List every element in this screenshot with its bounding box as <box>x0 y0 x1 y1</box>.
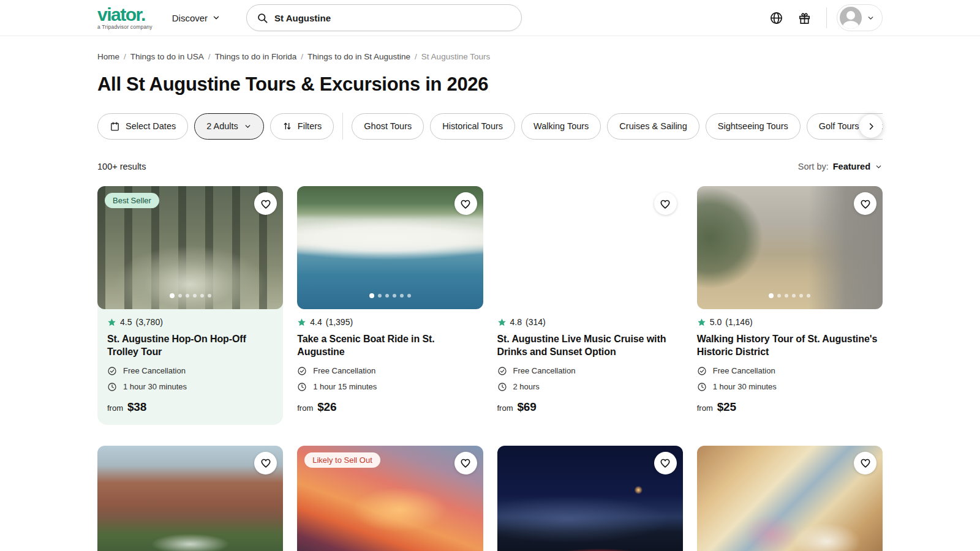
tour-title[interactable]: Take a Scenic Boat Ride in St. Augustine <box>297 332 483 359</box>
tour-rating: 4.5 (3,780) <box>107 317 273 327</box>
breadcrumb-current: St Augustine Tours <box>421 52 490 61</box>
sort-dropdown[interactable]: Sort by: Featured <box>798 162 883 171</box>
account-menu-button[interactable] <box>837 4 883 31</box>
price-value: $25 <box>717 400 736 414</box>
categories-next-button[interactable] <box>859 114 883 138</box>
heart-icon <box>859 198 872 210</box>
category-pill-walking-tours[interactable]: Walking Tours <box>521 113 601 140</box>
viator-logo[interactable]: viator. a Tripadvisor company <box>97 6 153 30</box>
from-label: from <box>497 403 513 413</box>
chevron-right-icon <box>867 122 876 131</box>
wishlist-button[interactable] <box>654 452 677 474</box>
tour-image[interactable] <box>297 186 483 309</box>
tour-image[interactable] <box>497 446 683 551</box>
tour-card[interactable]: 4.8 (314) St. Augustine Live Music Cruis… <box>497 186 683 425</box>
carousel-dots[interactable] <box>769 293 810 298</box>
tour-duration: 1 hour 30 minutes <box>107 382 273 392</box>
select-dates-label: Select Dates <box>126 121 176 131</box>
rating-value: 4.8 <box>510 317 522 327</box>
carousel-dots[interactable] <box>369 293 411 298</box>
wishlist-button[interactable] <box>454 452 477 474</box>
tour-image[interactable] <box>697 186 883 309</box>
search-icon <box>257 12 268 24</box>
chevron-down-icon <box>244 122 252 130</box>
clock-icon <box>107 382 117 392</box>
discover-menu-button[interactable]: Discover <box>172 13 221 23</box>
tour-card[interactable]: 4.4 (1,395) Take a Scenic Boat Ride in S… <box>297 186 483 425</box>
tour-title[interactable]: St. Augustine Live Music Cruise with Dri… <box>497 332 683 359</box>
free-cancellation: Free Cancellation <box>107 366 273 376</box>
language-globe-button[interactable] <box>764 6 788 30</box>
tour-card[interactable]: Likely to Sell Out <box>297 446 483 551</box>
wishlist-button[interactable] <box>454 192 477 215</box>
star-icon <box>697 318 706 327</box>
category-pill-historical-tours[interactable]: Historical Tours <box>430 113 515 140</box>
chevron-down-icon <box>867 14 875 22</box>
category-pill-ghost-tours[interactable]: Ghost Tours <box>352 113 424 140</box>
duration-label: 1 hour 30 minutes <box>123 382 187 391</box>
tour-rating: 5.0 (1,146) <box>697 317 883 327</box>
tripadvisor-tagline: a Tripadvisor company <box>97 24 153 30</box>
tour-duration: 1 hour 15 minutes <box>297 382 483 392</box>
header-divider <box>826 7 827 28</box>
free-cancellation: Free Cancellation <box>497 366 683 376</box>
avatar-icon <box>840 7 862 29</box>
breadcrumb-usa[interactable]: Things to do in USA <box>130 52 204 61</box>
tour-image[interactable]: Best Seller <box>97 186 283 309</box>
tour-image[interactable] <box>497 186 683 309</box>
breadcrumb-st-augustine[interactable]: Things to do in St Augustine <box>307 52 410 61</box>
search-bar[interactable] <box>246 4 522 31</box>
breadcrumb-florida[interactable]: Things to do in Florida <box>215 52 297 61</box>
tour-card[interactable] <box>497 446 683 551</box>
tour-card-grid: Best Seller 4.5 (3,780) St. Augustine Ho… <box>97 186 883 551</box>
wishlist-button[interactable] <box>654 192 677 215</box>
tour-card[interactable] <box>697 446 883 551</box>
category-pill-sightseeing-tours[interactable]: Sightseeing Tours <box>706 113 801 140</box>
breadcrumb-home[interactable]: Home <box>97 52 119 61</box>
heart-icon <box>659 457 671 469</box>
tour-card[interactable] <box>97 446 283 551</box>
check-circle-icon <box>697 366 707 376</box>
category-pill-cruises-sailing[interactable]: Cruises & Sailing <box>607 113 699 140</box>
chevron-down-icon <box>212 13 221 22</box>
star-icon <box>497 318 507 327</box>
tour-image[interactable] <box>97 446 283 551</box>
select-dates-button[interactable]: Select Dates <box>97 113 188 140</box>
heart-icon <box>260 198 272 210</box>
gifts-button[interactable] <box>792 6 816 30</box>
gift-icon <box>797 11 812 25</box>
calendar-icon <box>110 121 120 132</box>
results-row: 100+ results Sort by: Featured <box>97 162 883 171</box>
sort-label: Sort by: <box>798 162 829 171</box>
filters-button[interactable]: Filters <box>270 113 334 140</box>
carousel-dots[interactable] <box>569 293 611 298</box>
wishlist-button[interactable] <box>254 192 277 215</box>
breadcrumb-separator: / <box>415 52 417 61</box>
tour-duration: 1 hour 30 minutes <box>697 382 883 392</box>
tour-title[interactable]: Walking History Tour of St. Augustine's … <box>697 332 883 359</box>
tour-title[interactable]: St. Augustine Hop-On Hop-Off Trolley Tou… <box>107 332 273 359</box>
heart-icon <box>459 457 472 469</box>
tour-image[interactable] <box>697 446 883 551</box>
duration-label: 1 hour 30 minutes <box>713 382 777 391</box>
travelers-button[interactable]: 2 Adults <box>194 113 264 140</box>
search-input[interactable] <box>274 13 511 23</box>
breadcrumb: Home / Things to do in USA / Things to d… <box>97 36 883 61</box>
duration-label: 1 hour 15 minutes <box>313 382 377 391</box>
price-value: $26 <box>317 400 336 414</box>
sort-value: Featured <box>833 162 870 171</box>
viator-wordmark: viator. <box>97 6 145 24</box>
carousel-dots[interactable] <box>170 293 211 298</box>
from-label: from <box>107 403 123 413</box>
wishlist-button[interactable] <box>254 452 277 474</box>
sliders-icon <box>282 121 292 131</box>
tour-card[interactable]: Best Seller 4.5 (3,780) St. Augustine Ho… <box>97 186 283 425</box>
clock-icon <box>497 382 507 392</box>
wishlist-button[interactable] <box>854 452 876 474</box>
chevron-down-icon <box>875 163 883 171</box>
wishlist-button[interactable] <box>854 192 876 215</box>
review-count: (3,780) <box>135 317 162 327</box>
tour-image[interactable]: Likely to Sell Out <box>297 446 483 551</box>
rating-value: 5.0 <box>710 317 722 327</box>
tour-card[interactable]: 5.0 (1,146) Walking History Tour of St. … <box>697 186 883 425</box>
